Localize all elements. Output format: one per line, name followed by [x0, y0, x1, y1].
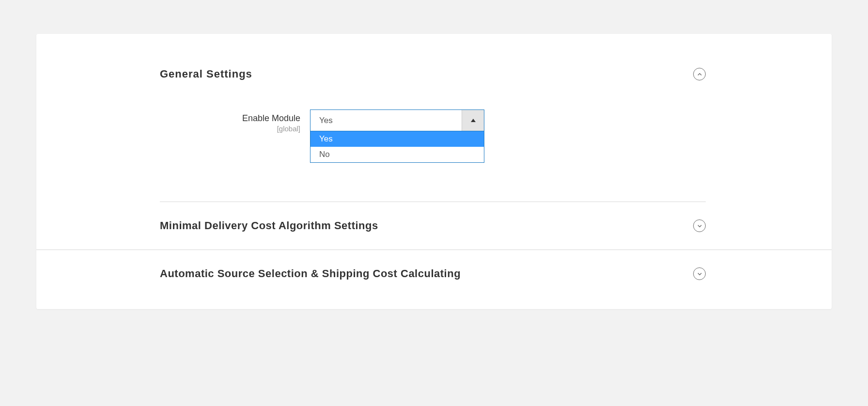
general-settings-title: General Settings — [160, 68, 252, 80]
enable-module-select-wrapper: Yes Yes No — [310, 109, 484, 163]
general-settings-header[interactable]: General Settings — [36, 68, 832, 80]
enable-module-label-col: Enable Module [global] — [160, 109, 310, 133]
enable-module-select[interactable]: Yes — [310, 109, 484, 131]
enable-module-dropdown: Yes No — [310, 131, 484, 163]
enable-module-scope: [global] — [160, 125, 300, 133]
minimal-delivery-section-header[interactable]: Minimal Delivery Cost Algorithm Settings — [36, 202, 832, 250]
enable-module-label: Enable Module — [160, 113, 300, 124]
enable-module-value: Yes — [310, 116, 462, 125]
triangle-up-icon — [471, 119, 476, 122]
enable-module-row: Enable Module [global] Yes Yes No — [36, 80, 832, 163]
expand-icon[interactable] — [693, 267, 706, 280]
collapse-icon[interactable] — [693, 68, 706, 80]
chevron-down-icon — [697, 223, 702, 229]
dropdown-option-no[interactable]: No — [310, 147, 484, 162]
expand-icon[interactable] — [693, 219, 706, 232]
chevron-up-icon — [697, 72, 702, 77]
auto-source-title: Automatic Source Selection & Shipping Co… — [160, 267, 461, 280]
dropdown-option-yes[interactable]: Yes — [310, 131, 484, 147]
settings-panel: General Settings Enable Module [global] … — [36, 34, 832, 309]
chevron-down-icon — [697, 271, 702, 277]
select-arrow-button[interactable] — [462, 110, 484, 131]
auto-source-section-header[interactable]: Automatic Source Selection & Shipping Co… — [36, 250, 832, 280]
minimal-delivery-title: Minimal Delivery Cost Algorithm Settings — [160, 219, 378, 232]
